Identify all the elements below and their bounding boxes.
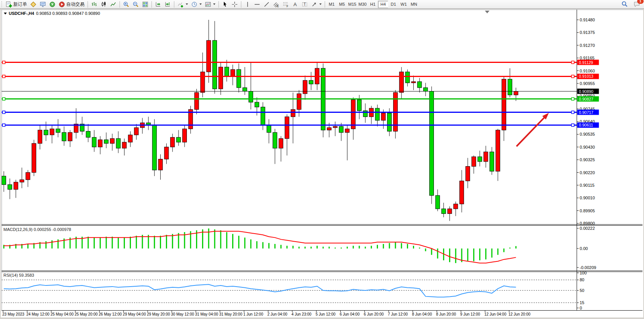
indicators-button[interactable]: [176, 0, 190, 8]
svg-text:E: E: [277, 5, 279, 8]
candle-body: [465, 167, 470, 181]
candlestick-chart-button[interactable]: [99, 0, 108, 8]
chart-canvas[interactable]: 0.914800.913750.912700.911650.910600.909…: [0, 9, 644, 319]
line-drag-handle[interactable]: [3, 61, 5, 64]
toolbar-separator: [88, 1, 88, 8]
auto-scroll-button[interactable]: [153, 0, 163, 8]
timeframe-m30-button[interactable]: M30: [357, 1, 368, 8]
candle-body: [213, 40, 217, 89]
notifications-button[interactable]: 1: [632, 0, 642, 8]
zoom-out-button[interactable]: [131, 0, 140, 8]
fibonacci-icon: F: [282, 1, 289, 8]
trendline-button[interactable]: [262, 0, 271, 8]
arrows-tool-button[interactable]: [309, 0, 323, 8]
timeframe-h4-button[interactable]: H4: [378, 1, 388, 8]
candle-body: [255, 102, 259, 107]
candlestick-chart-icon: [100, 1, 107, 8]
candle-body: [231, 69, 235, 77]
candle-body: [68, 133, 72, 141]
candle-body: [44, 130, 48, 135]
market-watch-icon: [40, 1, 46, 8]
line-drag-handle[interactable]: [3, 124, 5, 127]
new-order-label: 新订单: [13, 1, 27, 8]
price-tick-label: 0.91270: [580, 43, 595, 48]
chart-background[interactable]: [1, 10, 643, 317]
tile-windows-icon: [142, 1, 148, 8]
cursor-button[interactable]: [220, 0, 230, 8]
timeframe-m1-button[interactable]: M1: [327, 1, 337, 8]
line-drag-handle[interactable]: [572, 98, 574, 100]
crosshair-button[interactable]: [230, 0, 239, 8]
timeframe-d1-button[interactable]: D1: [388, 1, 399, 8]
price-tick-label: 0.90325: [580, 157, 595, 162]
candle-body: [134, 128, 139, 135]
search-button[interactable]: [620, 0, 630, 8]
line-drag-handle[interactable]: [572, 124, 574, 127]
macd-main-value: 0.000255: [33, 227, 51, 232]
candle-body: [171, 137, 175, 147]
macd-axis-label: 0.00222: [580, 226, 595, 231]
timeframe-m15-button[interactable]: M15: [347, 1, 357, 8]
line-drag-handle[interactable]: [572, 111, 574, 114]
line-drag-handle[interactable]: [3, 111, 5, 114]
price-tick-label: 0.90115: [580, 183, 595, 188]
timeframe-w1-button[interactable]: W1: [399, 1, 409, 8]
symbol-dropdown-caret[interactable]: [4, 13, 7, 14]
new-order-button[interactable]: 新订单: [4, 0, 29, 8]
candle-body: [442, 209, 446, 214]
time-tick-label: 5 Jun 12:00: [316, 312, 336, 316]
text-label-icon: T: [301, 1, 308, 8]
templates-button[interactable]: [203, 0, 217, 8]
vertical-line-icon: [244, 1, 251, 8]
market-watch-button[interactable]: [38, 0, 48, 8]
text-label-button[interactable]: T: [300, 0, 309, 8]
line-chart-button[interactable]: [108, 0, 118, 8]
line-drag-handle[interactable]: [572, 61, 574, 64]
price-tag-label: 0.91013: [579, 74, 593, 79]
candle-body: [345, 129, 349, 133]
templates-icon: [205, 1, 211, 8]
mt4-terminal: { "toolbar": { "new_order_label": "新订单",…: [0, 0, 644, 319]
vertical-line-button[interactable]: [243, 0, 252, 8]
candle-body: [177, 137, 181, 142]
candle-body: [279, 138, 283, 148]
line-drag-handle[interactable]: [3, 98, 5, 100]
line-drag-handle[interactable]: [3, 75, 5, 78]
candle-body: [375, 108, 379, 120]
timeframe-h1-button[interactable]: H1: [368, 1, 378, 8]
signals-button[interactable]: [48, 0, 57, 8]
notification-badge: 1: [637, 0, 644, 4]
chart-shift-button[interactable]: [163, 0, 172, 8]
candle-body: [110, 138, 114, 143]
price-tick-label: 0.91165: [580, 56, 595, 60]
tile-windows-button[interactable]: [140, 0, 150, 8]
candle-body: [38, 130, 42, 143]
zoom-in-button[interactable]: [121, 0, 131, 8]
bar-chart-button[interactable]: [89, 0, 99, 8]
candle-body: [285, 117, 289, 138]
toolbar-separator: [325, 1, 325, 8]
indicators-icon: [177, 1, 184, 8]
text-tool-button[interactable]: A: [290, 0, 300, 8]
candle-body: [351, 100, 355, 129]
candle-body: [424, 88, 428, 91]
candle-body: [218, 67, 223, 89]
equidistant-channel-button[interactable]: E: [271, 0, 281, 8]
rsi-axis-label: 15: [580, 300, 584, 305]
auto-trading-button[interactable]: 自动交易: [57, 0, 86, 8]
profiles-button[interactable]: [29, 0, 38, 8]
timeframe-m5-button[interactable]: M5: [337, 1, 347, 8]
candle-body: [514, 91, 518, 95]
candle-body: [98, 140, 102, 147]
line-drag-handle[interactable]: [572, 75, 574, 78]
candle-body: [490, 152, 494, 171]
timeframe-mn-button[interactable]: MN: [409, 1, 419, 8]
time-tick-label: 8 Jun 20:00: [436, 312, 456, 316]
candle-body: [164, 147, 169, 159]
horizontal-line-button[interactable]: [252, 0, 262, 8]
candle-body: [484, 152, 488, 161]
toolbar-grip: [2, 1, 3, 7]
chart-title-bar: USDCHF-,H4 0.90853 0.90893 0.90847 0.908…: [4, 11, 100, 16]
periods-button[interactable]: [190, 0, 203, 8]
fibonacci-button[interactable]: F: [281, 0, 290, 8]
